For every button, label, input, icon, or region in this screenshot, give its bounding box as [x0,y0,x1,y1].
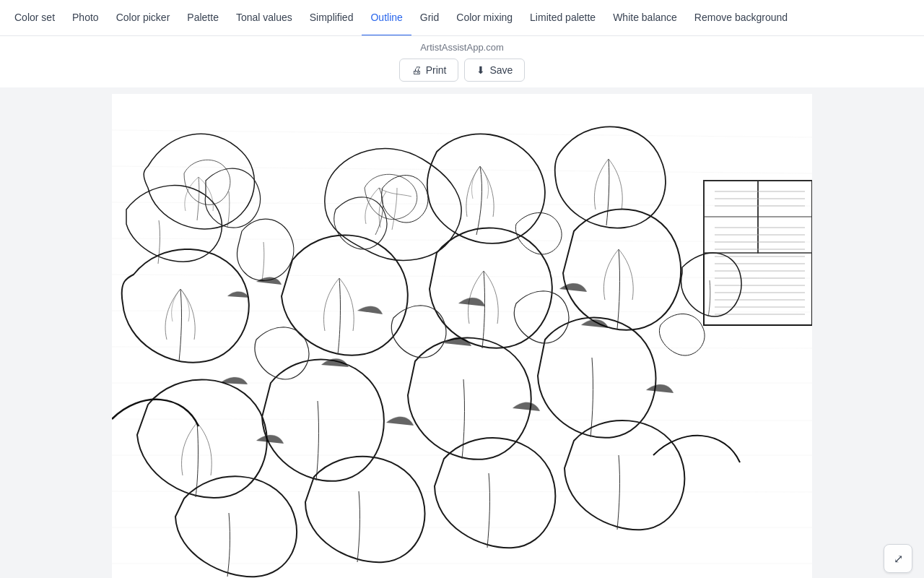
nav-item-remove-background[interactable]: Remove background [686,0,796,36]
nav-item-color-picker[interactable]: Color picker [108,0,179,36]
sketch-image [112,94,812,578]
svg-rect-0 [112,94,812,578]
fullscreen-icon: ⤢ [894,552,903,566]
subtitle-text: ArtistAssistApp.com [420,42,504,53]
nav-item-simplified[interactable]: Simplified [301,0,362,36]
nav-item-outline[interactable]: Outline [362,0,411,36]
nav-item-color-set[interactable]: Color set [6,0,64,36]
sketch-canvas [112,94,812,578]
nav-item-grid[interactable]: Grid [411,0,448,36]
print-icon: 🖨 [411,64,422,76]
action-buttons: 🖨 Print ⬇ Save [399,59,526,82]
nav-item-tonal-values[interactable]: Tonal values [227,0,301,36]
fullscreen-button[interactable]: ⤢ [884,544,912,573]
nav-item-white-balance[interactable]: White balance [604,0,686,36]
save-label: Save [489,64,513,76]
nav-item-palette[interactable]: Palette [178,0,227,36]
print-label: Print [426,64,447,76]
subtitle-bar: ArtistAssistApp.com 🖨 Print ⬇ Save [0,36,924,87]
save-icon: ⬇ [476,64,485,76]
image-container: ⤢ [0,87,924,578]
nav-item-limited-palette[interactable]: Limited palette [521,0,604,36]
nav-item-photo[interactable]: Photo [64,0,108,36]
print-button[interactable]: 🖨 Print [399,59,459,82]
save-button[interactable]: ⬇ Save [464,59,525,82]
nav-item-color-mixing[interactable]: Color mixing [448,0,521,36]
nav-bar: Color set Photo Color picker Palette Ton… [0,0,924,36]
